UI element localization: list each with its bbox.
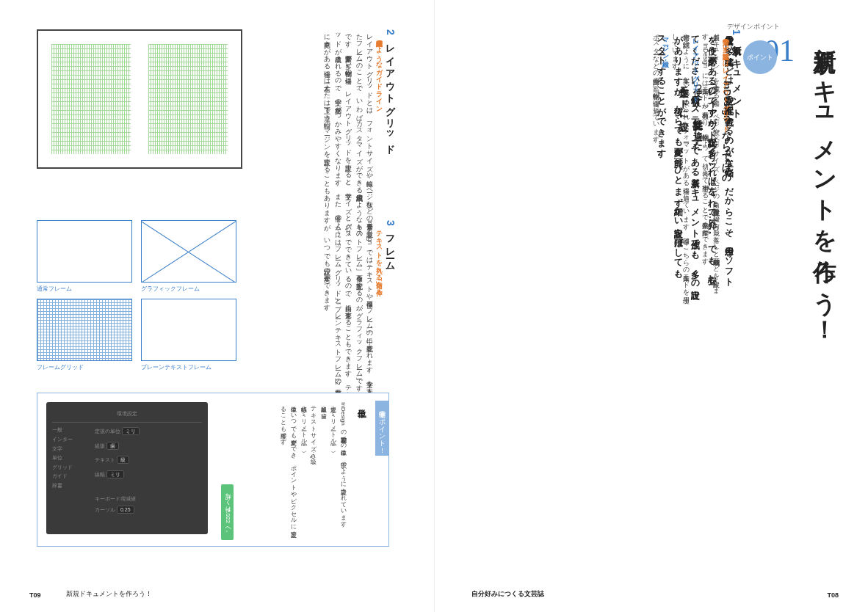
section-3-number: 3 <box>385 220 397 226</box>
sec1-body1: 新規ドキュメントを作成する際に、ページ数やページサイズ、ページの向き（縦位置・横… <box>700 29 721 294</box>
page-number-left: T09 <box>29 591 41 599</box>
preparation-text: 単位 InDesignの初期設定での単位は、以下のように設定されています。 定規… <box>221 402 368 534</box>
preferences-screenshot: 環境設定 一般インター文字単位グリッドガイド辞書 定規の単位 ミリ 組版 歯 テ… <box>46 402 208 534</box>
detail-link-tab: 詳しくはP.022へ。 <box>221 484 234 540</box>
section-2-body: レイアウトグリッドとは、フォントサイズや線幅、ページ数などの要素を設定したフレー… <box>322 29 375 235</box>
prep-title: 単位 <box>355 402 368 534</box>
frames-figure: 通常フレーム グラフィックフレーム フレームグリッド プレーンテキストフレーム <box>37 220 242 377</box>
section-1-number: 1 <box>731 29 742 35</box>
page-right: デザインポイント 01 新規ドキュメントを作ろう！ ポイント 文章量の多い文芸誌… <box>435 0 869 612</box>
section-1: 1 新規ドキュメント 文字量の多い文芸誌にはレイアウトグリッド 新規ドキュメント… <box>626 29 743 294</box>
sec1-sub2: レイアウトグリッド <box>691 34 700 289</box>
footer-title-left: 新規ドキュメントを作ろう！ <box>66 589 152 599</box>
layout-grid-figure <box>37 29 242 169</box>
section-2-number: 2 <box>385 29 397 35</box>
section-2-title: レイアウトグリッド <box>386 37 397 150</box>
point-badge: ポイント <box>743 40 777 74</box>
section-2-subhead: 原稿用紙のようなガイドライン <box>375 35 384 229</box>
frame-label-2: グラフィックフレーム <box>141 285 236 293</box>
page-number-right: T08 <box>827 591 839 599</box>
frame-label-1: 通常フレーム <box>37 285 132 293</box>
footer-title-right: 自分好みにつくる文芸誌 <box>471 589 544 599</box>
prep-body: InDesignの初期設定での単位は、以下のように設定されています。 定規：ミリ… <box>278 402 348 534</box>
preparation-tab: 下準備のポイント！ <box>375 401 389 456</box>
section-2: 2 レイアウトグリッド 原稿用紙のようなガイドライン レイアウトグリッドとは、フ… <box>287 29 397 235</box>
preparation-box: 下準備のポイント！ 環境設定 一般インター文字単位グリッドガイド辞書 定規の単位… <box>37 393 389 547</box>
section-3-subhead: テキストを入れる「箱」を作る <box>375 226 384 420</box>
main-title: 新規ドキュメントを作ろう！ <box>811 29 839 331</box>
sec1-body3: ポスターなどの自由度の高い制作物の場合に適しています。 <box>651 29 661 294</box>
page-left: 2 レイアウトグリッド 原稿用紙のようなガイドライン レイアウトグリッドとは、フ… <box>0 0 435 612</box>
frame-label-3: フレームグリッド <box>37 363 132 371</box>
sec1-body2: 書籍や雑誌のように、本文などの決められたフォーマットがある場合に適しています。今… <box>670 29 691 294</box>
sec1-sub3: マージン・段組 <box>661 34 670 289</box>
section-3-title: フレーム <box>386 228 397 267</box>
section-1-title: 新規ドキュメント <box>731 37 742 115</box>
frame-label-4: プレーンテキストフレーム <box>141 363 236 371</box>
sec1-sub1: 文字量の多い文芸誌にはレイアウトグリッド <box>721 34 730 289</box>
